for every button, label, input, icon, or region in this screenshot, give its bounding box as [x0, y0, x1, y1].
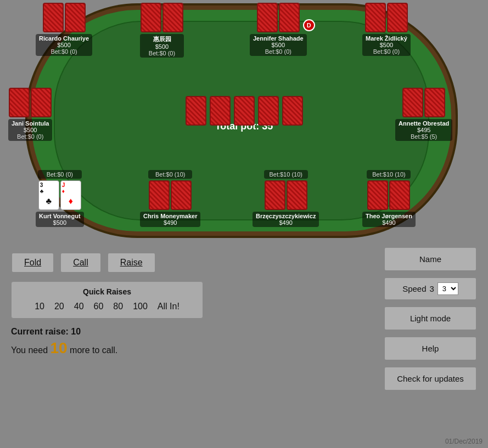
speed-select[interactable]: 1 2 3 4 5	[437, 282, 458, 295]
raise-100[interactable]: 100	[131, 300, 150, 313]
card	[65, 3, 86, 32]
player-theo-info: Theo Jørgensen $490	[362, 212, 416, 227]
player-name: Brzęczyszczykiewicz	[256, 213, 316, 219]
card	[265, 180, 285, 210]
player-brze: Bet:$10 (10) Brzęczyszczykiewicz $490	[253, 170, 319, 227]
player-jani: Jani Sointula $500 Bet:$0 (0)	[8, 88, 52, 141]
fold-button[interactable]: Fold	[11, 252, 54, 273]
community-card-5	[282, 96, 303, 126]
community-cards	[186, 96, 303, 126]
player-money: $500	[39, 42, 89, 48]
card	[31, 88, 52, 117]
player-marek-info: Marek Žídlický $500 Bet:$0 (0)	[362, 34, 411, 56]
player-theo-bet: Bet:$10 (10)	[367, 170, 411, 179]
player-money: $500	[143, 43, 181, 50]
player-hui-cards	[141, 3, 183, 32]
player-brze-info: Brzęczyszczykiewicz $490	[253, 212, 319, 227]
player-brze-cards	[265, 180, 307, 210]
card	[149, 180, 170, 210]
player-name: Marek Žídlický	[366, 35, 407, 42]
controls-area: Fold Call Raise Quick Raises 10 20 40 60…	[0, 247, 340, 362]
name-button[interactable]: Name	[384, 247, 477, 271]
player-brze-bet: Bet:$10 (10)	[264, 170, 308, 179]
player-bet: Bet:$0 (0)	[253, 48, 304, 55]
player-bet: Bet:$0 (0)	[12, 133, 49, 140]
raise-60[interactable]: 60	[92, 300, 106, 313]
player-jennifer-cards	[257, 3, 300, 32]
help-button[interactable]: Help	[384, 336, 477, 361]
card	[279, 3, 300, 32]
card	[389, 180, 410, 210]
player-money: $500	[39, 219, 81, 226]
player-hui-info: 惠辰园 $500 Bet:$0 (0)	[140, 34, 184, 58]
player-name: Ricardo Chauriye	[39, 35, 89, 42]
card	[387, 3, 408, 32]
current-raise-info: Current raise: 10 You need 10 more to ca…	[11, 327, 329, 357]
call-amount: 10	[51, 339, 68, 356]
community-card-1	[186, 96, 206, 126]
card	[424, 88, 445, 117]
card-3c: 3 ♣ ♣	[38, 180, 59, 210]
player-bet: Bet:$0 (0)	[41, 171, 78, 178]
raise-80[interactable]: 80	[111, 300, 125, 313]
player-annette: Annette Obrestad $495 Bet:$5 (5)	[395, 88, 452, 141]
player-name: Annette Obrestad	[399, 120, 449, 127]
card	[162, 3, 183, 32]
call-button[interactable]: Call	[60, 252, 102, 273]
player-bet: Bet:$5 (5)	[399, 133, 449, 140]
poker-table-area: Total pot: 35 Ricardo Chauriye $500 Bet:…	[0, 0, 488, 252]
player-name: Jani Sointula	[12, 120, 49, 127]
player-bet: Bet:$0 (0)	[39, 48, 89, 55]
player-ricardo-cards	[43, 3, 86, 32]
quick-raises-buttons: 10 20 40 60 80 100 All In!	[20, 300, 194, 313]
card-jd: J ♦ ♦	[60, 180, 81, 210]
player-kurt-cards: 3 ♣ ♣ J ♦ ♦	[38, 180, 81, 210]
card	[365, 3, 386, 32]
player-name: Theo Jørgensen	[366, 213, 412, 219]
player-kurt-info: Bet:$0 (0)	[38, 170, 82, 179]
player-chris-bet: Bet:$0 (10)	[148, 170, 192, 179]
card	[257, 3, 278, 32]
quick-raises-title: Quick Raises	[20, 287, 194, 296]
raise-button[interactable]: Raise	[107, 252, 156, 273]
check-updates-button[interactable]: Check for updates	[384, 366, 477, 391]
speed-label: Speed	[402, 284, 426, 293]
raise-label-text: Current raise: 10	[11, 327, 81, 336]
card	[171, 180, 192, 210]
player-money: $490	[143, 219, 197, 226]
light-mode-button[interactable]: Light mode	[384, 306, 477, 331]
player-annette-cards	[402, 88, 445, 117]
call-suffix: more to call.	[70, 345, 117, 355]
player-theo-cards	[367, 180, 410, 210]
player-name: 惠辰园	[143, 35, 181, 43]
player-bet: Bet:$10 (10)	[370, 171, 407, 178]
raise-10[interactable]: 10	[32, 300, 47, 313]
player-kurt-info2: Kurt Vonnegut $500	[36, 212, 84, 227]
community-card-3	[234, 96, 255, 126]
player-bet: Bet:$0 (0)	[143, 50, 181, 56]
community-card-4	[258, 96, 279, 126]
player-marek-cards	[365, 3, 408, 32]
date-footer: 01/Dec/2019	[445, 438, 483, 445]
raise-40[interactable]: 40	[72, 300, 86, 313]
card	[402, 88, 423, 117]
sidebar: Name Speed 3 1 2 3 4 5 Light mode Help C…	[384, 247, 477, 391]
player-chris-cards	[149, 180, 192, 210]
player-hui: 惠辰园 $500 Bet:$0 (0)	[140, 3, 184, 58]
player-jani-info: Jani Sointula $500 Bet:$0 (0)	[8, 119, 52, 141]
card	[43, 3, 64, 32]
player-name: Kurt Vonnegut	[39, 213, 81, 219]
player-money: $495	[399, 127, 449, 133]
raise-20[interactable]: 20	[52, 300, 66, 313]
card	[141, 3, 161, 32]
player-bet: Bet:$0 (0)	[366, 48, 407, 55]
call-info: You need 10 more to call.	[11, 339, 329, 357]
player-bet: Bet:$0 (10)	[152, 171, 189, 178]
action-buttons: Fold Call Raise	[11, 252, 329, 273]
quick-raises-box: Quick Raises 10 20 40 60 80 100 All In!	[11, 281, 203, 319]
raise-allin[interactable]: All In!	[155, 300, 182, 313]
player-money: $490	[256, 219, 316, 226]
player-bet: Bet:$10 (10)	[267, 171, 305, 178]
community-card-2	[210, 96, 231, 126]
current-raise-label: Current raise: 10	[11, 327, 329, 337]
